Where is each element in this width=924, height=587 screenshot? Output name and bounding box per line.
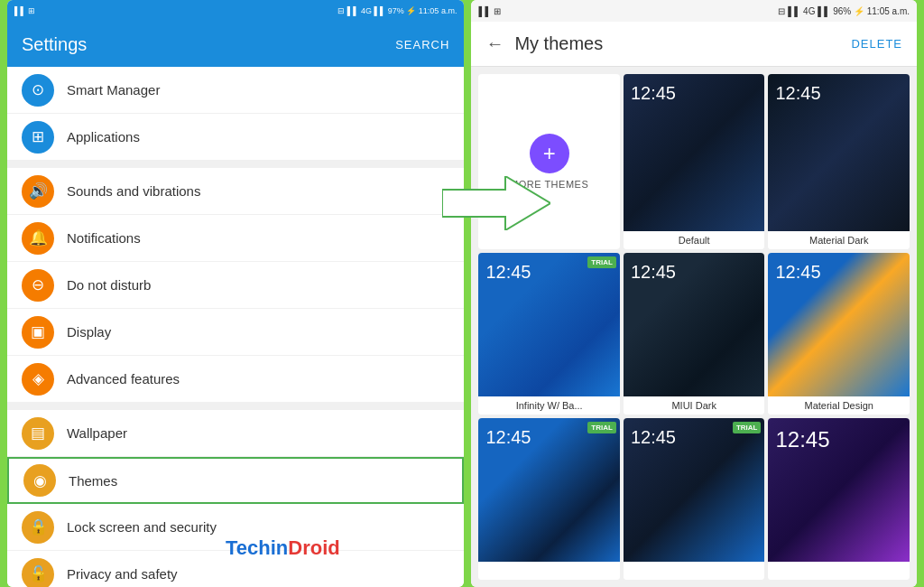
search-button[interactable]: SEARCH bbox=[395, 38, 449, 51]
sidebar-item-advanced[interactable]: ◈ Advanced features bbox=[7, 356, 464, 403]
sidebar-item-sounds[interactable]: 🔊 Sounds and vibrations bbox=[7, 168, 464, 215]
infinity-preview: TRIAL 12:45 bbox=[478, 253, 620, 396]
theme-material-design[interactable]: 12:45 Material Design bbox=[768, 253, 910, 415]
sidebar-item-privacy[interactable]: 🔓 Privacy and safety bbox=[7, 551, 464, 587]
privacy-icon: 🔓 bbox=[22, 558, 54, 588]
smart-manager-label: Smart Manager bbox=[67, 82, 160, 98]
theme-bottom-2[interactable]: TRIAL 12:45 bbox=[624, 418, 765, 580]
right-status-right: ⊟ ▌▌ 4G ▌▌ 96% ⚡ 11:05 a.m. bbox=[778, 6, 910, 16]
theme-material-dark[interactable]: 12:45 Material Dark bbox=[768, 74, 910, 249]
do-not-disturb-label: Do not disturb bbox=[67, 277, 151, 293]
material-design-label: Material Design bbox=[768, 396, 910, 415]
theme-bottom-3[interactable]: 12:45 bbox=[768, 418, 910, 580]
sidebar-item-notifications[interactable]: 🔔 Notifications bbox=[7, 215, 464, 262]
infinity-label: Infinity W/ Ba... bbox=[478, 396, 620, 415]
more-themes-cell[interactable]: + MORE THEMES bbox=[478, 74, 620, 249]
right-status-left: ▌▌ ⊞ bbox=[478, 6, 501, 16]
sidebar-item-wallpaper[interactable]: ▤ Wallpaper bbox=[7, 410, 464, 457]
advanced-label: Advanced features bbox=[67, 371, 180, 387]
themes-grid: + MORE THEMES 12:45 Default 12:45 Materi… bbox=[471, 67, 917, 587]
settings-menu: ⊙ Smart Manager ⊞ Applications 🔊 Sounds … bbox=[7, 67, 464, 587]
sidebar-item-display[interactable]: ▣ Display bbox=[7, 309, 464, 356]
sidebar-item-do-not-disturb[interactable]: ⊖ Do not disturb bbox=[7, 262, 464, 309]
settings-header: Settings SEARCH bbox=[7, 22, 464, 67]
theme-miui-dark[interactable]: 12:45 MIUI Dark bbox=[624, 253, 765, 415]
left-phone: ▌▌ ⊞ ⊟ ▌▌ 4G ▌▌ 97% ⚡ 11:05 a.m. Setting… bbox=[7, 0, 464, 587]
bottom2-label bbox=[624, 562, 765, 580]
bottom1-preview: TRIAL 12:45 bbox=[478, 418, 620, 562]
back-button[interactable]: ← bbox=[485, 33, 504, 54]
right-phone: ▌▌ ⊞ ⊟ ▌▌ 4G ▌▌ 96% ⚡ 11:05 a.m. ← My th… bbox=[471, 0, 917, 587]
theme-bottom-1[interactable]: TRIAL 12:45 bbox=[478, 418, 620, 580]
wallpaper-icon: ▤ bbox=[22, 417, 54, 450]
bottom2-preview: TRIAL 12:45 bbox=[624, 418, 765, 562]
sidebar-item-applications[interactable]: ⊞ Applications bbox=[7, 114, 464, 161]
wallpaper-label: Wallpaper bbox=[67, 425, 127, 441]
bottom1-label bbox=[478, 562, 620, 580]
signal-icon: ▌▌ ⊞ bbox=[14, 6, 35, 15]
themes-label: Themes bbox=[69, 473, 117, 489]
notifications-icon: 🔔 bbox=[22, 222, 54, 255]
material-dark-preview: 12:45 bbox=[768, 74, 910, 231]
material-dark-label: Material Dark bbox=[768, 231, 910, 249]
sidebar-item-themes[interactable]: ◉ Themes bbox=[7, 457, 464, 504]
default-label: Default bbox=[624, 231, 765, 249]
section-divider-1 bbox=[7, 161, 464, 168]
themes-icon: ◉ bbox=[23, 464, 56, 497]
battery-info: ⊟ ▌▌ 4G ▌▌ 97% ⚡ 11:05 a.m. bbox=[337, 6, 457, 15]
right-status-bar: ▌▌ ⊞ ⊟ ▌▌ 4G ▌▌ 96% ⚡ 11:05 a.m. bbox=[471, 0, 917, 22]
delete-button[interactable]: DELETE bbox=[851, 37, 902, 51]
sounds-label: Sounds and vibrations bbox=[67, 183, 200, 199]
trial-badge-infinity: TRIAL bbox=[587, 256, 616, 268]
applications-icon: ⊞ bbox=[22, 121, 54, 154]
do-not-disturb-icon: ⊖ bbox=[22, 269, 54, 302]
themes-title: My themes bbox=[514, 33, 851, 54]
left-status-right: ⊟ ▌▌ 4G ▌▌ 97% ⚡ 11:05 a.m. bbox=[337, 6, 457, 15]
add-themes-icon: + bbox=[530, 134, 569, 173]
miui-dark-label: MIUI Dark bbox=[624, 396, 765, 415]
more-themes-label: MORE THEMES bbox=[510, 179, 588, 190]
lock-screen-icon: 🔒 bbox=[22, 511, 54, 544]
sidebar-item-smart-manager[interactable]: ⊙ Smart Manager bbox=[7, 67, 464, 114]
lock-screen-label: Lock screen and security bbox=[67, 519, 217, 535]
smart-manager-icon: ⊙ bbox=[22, 74, 54, 107]
bottom3-label bbox=[768, 562, 910, 580]
theme-default[interactable]: 12:45 Default bbox=[624, 74, 765, 249]
trial-badge-bottom2: TRIAL bbox=[733, 422, 762, 433]
material-design-preview: 12:45 bbox=[768, 253, 910, 396]
notifications-label: Notifications bbox=[67, 230, 141, 246]
left-status-left: ▌▌ ⊞ bbox=[14, 6, 35, 15]
sidebar-item-lock-screen[interactable]: 🔒 Lock screen and security bbox=[7, 504, 464, 551]
left-status-bar: ▌▌ ⊞ ⊟ ▌▌ 4G ▌▌ 97% ⚡ 11:05 a.m. bbox=[7, 0, 464, 22]
main-wrapper: ▌▌ ⊞ ⊟ ▌▌ 4G ▌▌ 97% ⚡ 11:05 a.m. Setting… bbox=[0, 0, 924, 587]
settings-title: Settings bbox=[22, 34, 87, 55]
theme-infinity[interactable]: TRIAL 12:45 Infinity W/ Ba... bbox=[478, 253, 620, 415]
trial-badge-bottom1: TRIAL bbox=[587, 422, 616, 433]
miui-dark-preview: 12:45 bbox=[624, 253, 765, 396]
display-label: Display bbox=[67, 324, 111, 340]
themes-header: ← My themes DELETE bbox=[471, 22, 917, 67]
default-preview: 12:45 bbox=[624, 74, 765, 231]
display-icon: ▣ bbox=[22, 316, 54, 349]
bottom3-preview: 12:45 bbox=[768, 418, 910, 562]
advanced-icon: ◈ bbox=[22, 363, 54, 396]
sounds-icon: 🔊 bbox=[22, 175, 54, 208]
section-divider-2 bbox=[7, 403, 464, 410]
applications-label: Applications bbox=[67, 129, 140, 144]
privacy-label: Privacy and safety bbox=[67, 566, 178, 582]
